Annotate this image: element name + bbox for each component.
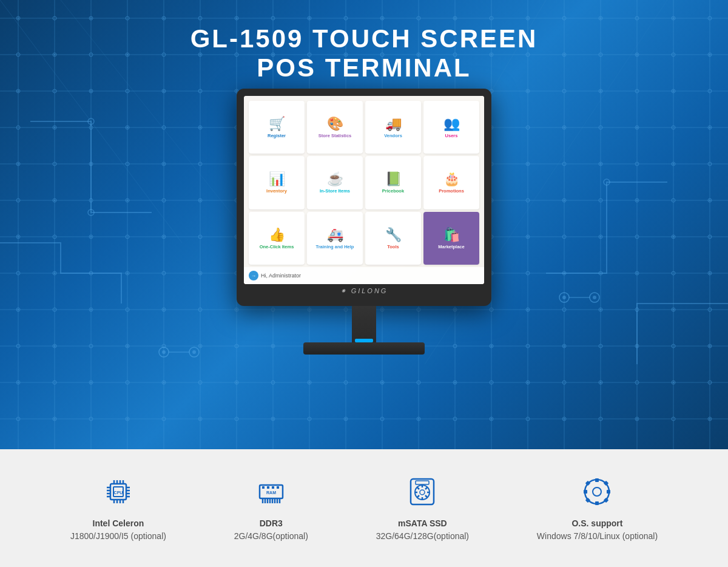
screen-footer: → Hi, Administrator xyxy=(244,267,484,284)
ssd-icon xyxy=(404,474,440,510)
svg-rect-58 xyxy=(267,486,269,489)
vendors-icon: 🚚 xyxy=(385,116,402,132)
brand-name: ⁕ GILONG xyxy=(340,287,388,294)
monitor-brand: ⁕ GILONG xyxy=(244,287,484,295)
tile-pricebook[interactable]: 📗 Pricebook xyxy=(365,156,421,209)
svg-rect-57 xyxy=(262,486,265,489)
svg-line-71 xyxy=(417,495,419,497)
tile-tools[interactable]: 🔧 Tools xyxy=(365,212,421,265)
tile-stats[interactable]: 🎨 Store Statistics xyxy=(307,101,363,154)
marketplace-icon: 🛍️ xyxy=(443,227,460,243)
user-greeting: Hi, Administrator xyxy=(261,273,301,279)
promotions-label: Promotions xyxy=(439,188,464,194)
ram-text: DDR3 2G/4G/8G(optional) xyxy=(234,517,308,543)
svg-rect-75 xyxy=(595,478,599,482)
training-label: Training and Help xyxy=(316,244,354,250)
svg-line-69 xyxy=(425,495,427,497)
tile-vendors[interactable]: 🚚 Vendors xyxy=(365,101,421,154)
tile-inventory[interactable]: 📊 Inventory xyxy=(249,156,305,209)
os-text: O.S. support Windows 7/8/10/Linux (optio… xyxy=(537,517,658,543)
svg-point-26 xyxy=(593,296,596,299)
title-line2: POS TERMINAL xyxy=(190,53,538,83)
svg-rect-76 xyxy=(595,501,599,505)
inventory-icon: 📊 xyxy=(269,171,285,187)
instore-label: In-Store Items xyxy=(320,188,350,194)
register-icon: 🛒 xyxy=(269,116,285,132)
spec-cpu: CPU xyxy=(70,474,166,543)
tile-register[interactable]: 🛒 Register xyxy=(249,101,305,154)
tools-label: Tools xyxy=(387,244,399,250)
svg-point-19 xyxy=(162,350,166,354)
svg-rect-61 xyxy=(411,479,434,504)
oneclick-label: One-Click Items xyxy=(260,244,294,250)
marketplace-label: Marketplace xyxy=(438,244,464,250)
svg-point-74 xyxy=(593,487,601,496)
svg-line-70 xyxy=(425,487,427,489)
monitor-base xyxy=(303,342,425,355)
register-label: Register xyxy=(268,133,286,138)
pricebook-icon: 📗 xyxy=(385,171,402,187)
svg-text:RAM: RAM xyxy=(266,491,276,495)
pricebook-label: Pricebook xyxy=(382,188,404,194)
svg-point-24 xyxy=(562,296,566,299)
spec-os: O.S. support Windows 7/8/10/Linux (optio… xyxy=(537,474,658,543)
ssd-text: mSATA SSD 32G/64G/128G(optional) xyxy=(376,517,469,543)
svg-rect-59 xyxy=(272,486,274,489)
tile-users[interactable]: 👥 Users xyxy=(423,101,479,154)
tile-promotions[interactable]: 🎂 Promotions xyxy=(423,156,479,209)
svg-rect-77 xyxy=(584,490,587,494)
os-icon xyxy=(579,474,615,510)
monitor-bezel: 🛒 Register 🎨 Store Statistics 🚚 Vendors xyxy=(237,89,491,306)
cpu-text: Intel Celeron J1800/J1900/I5 (optional) xyxy=(70,517,166,543)
ram-icon: RAM xyxy=(253,474,289,510)
users-label: Users xyxy=(445,133,458,138)
svg-text:CPU: CPU xyxy=(114,491,123,495)
svg-rect-60 xyxy=(277,486,279,489)
tile-instore[interactable]: ☕ In-Store Items xyxy=(307,156,363,209)
tile-training[interactable]: 🚑 Training and Help xyxy=(307,212,363,265)
screen-background: 🛒 Register 🎨 Store Statistics 🚚 Vendors xyxy=(244,96,484,284)
svg-point-21 xyxy=(192,350,196,354)
oneclick-icon: 👍 xyxy=(269,227,285,243)
tile-marketplace[interactable]: 🛍️ Marketplace xyxy=(423,212,479,265)
top-section: GL-1509 TOUCH SCREEN POS TERMINAL 🛒 Regi… xyxy=(0,0,728,449)
monitor-screen: 🛒 Register 🎨 Store Statistics 🚚 Vendors xyxy=(244,96,484,284)
svg-rect-78 xyxy=(607,490,610,494)
inventory-label: Inventory xyxy=(266,188,287,194)
tools-icon: 🔧 xyxy=(385,227,402,243)
monitor: 🛒 Register 🎨 Store Statistics 🚚 Vendors xyxy=(237,89,491,355)
spec-ssd: mSATA SSD 32G/64G/128G(optional) xyxy=(376,474,469,543)
svg-line-68 xyxy=(417,487,419,489)
user-avatar: → xyxy=(249,271,258,280)
svg-point-63 xyxy=(420,490,425,495)
cpu-icon: CPU xyxy=(100,474,136,510)
instore-icon: ☕ xyxy=(327,171,343,187)
stats-icon: 🎨 xyxy=(327,116,343,132)
monitor-neck xyxy=(352,306,376,342)
svg-rect-72 xyxy=(416,481,429,484)
pos-grid: 🛒 Register 🎨 Store Statistics 🚚 Vendors xyxy=(249,101,479,265)
title-line1: GL-1509 TOUCH SCREEN xyxy=(190,24,538,53)
vendors-label: Vendors xyxy=(384,133,402,138)
tile-oneclick[interactable]: 👍 One-Click Items xyxy=(249,212,305,265)
page-title: GL-1509 TOUCH SCREEN POS TERMINAL xyxy=(190,24,538,83)
promotions-icon: 🎂 xyxy=(443,171,460,187)
users-icon: 👥 xyxy=(443,116,460,132)
training-icon: 🚑 xyxy=(327,227,343,243)
stats-label: Store Statistics xyxy=(318,133,352,138)
bottom-section: CPU xyxy=(0,449,728,567)
spec-ram: RAM DDR3 2G/4G/8G(optional) xyxy=(234,474,308,543)
